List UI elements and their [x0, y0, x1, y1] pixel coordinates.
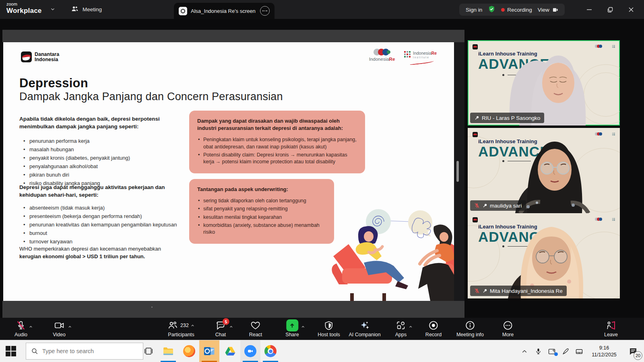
more-button[interactable]: More [502, 319, 514, 337]
chat-menu-caret[interactable] [229, 325, 233, 329]
video-tile[interactable]: iLearn Inhouse Training ADVANCE maulidya… [468, 128, 620, 213]
meeting-status-bar: Sign in Recording View [459, 4, 565, 16]
list-item: absenteeism (tidak masuk kerja) [23, 205, 177, 212]
meeting-toolbar: Audio Video 232 Participants 5 [0, 318, 644, 340]
sign-in-button[interactable]: Sign in [466, 7, 482, 13]
taskbar-firefox[interactable] [179, 340, 199, 362]
notification-center[interactable]: 20 [622, 347, 644, 356]
video-tile[interactable]: iLearn Inhouse Training ADVANCE Mita Han… [468, 213, 620, 298]
close-button[interactable] [621, 0, 642, 19]
meeting-info-button[interactable]: Meeting info [456, 319, 484, 337]
pin-icon [482, 203, 487, 208]
list-item: sifat penyakit yang relapsing-remitting [197, 206, 326, 212]
system-tray: 9:16 11/12/2025 20 [518, 340, 644, 362]
participants-icon [167, 320, 178, 331]
react-button[interactable]: React [249, 319, 262, 337]
apps-button[interactable]: Apps [395, 319, 407, 337]
tab-shared-screen[interactable]: Alsa_Indonesia Re's screen [174, 3, 275, 19]
participant-name-badge: maulidya sari [470, 200, 526, 211]
institute-grid-icon [404, 51, 411, 58]
taskbar-clock[interactable]: 9:16 11/12/2025 [586, 345, 622, 358]
taskbar-google-drive[interactable] [220, 340, 240, 362]
audio-menu-caret[interactable] [29, 325, 33, 329]
share-menu-caret[interactable] [301, 325, 305, 329]
zoom-app-icon [244, 345, 256, 357]
tray-expand-caret[interactable] [518, 348, 531, 355]
video-menu-caret[interactable] [68, 325, 72, 329]
start-button[interactable] [6, 346, 16, 356]
shared-slide: Danantara Indonesia IndonesiaRe Indonesi… [3, 42, 454, 301]
impact-box: Dampak yang dapat dirasakan dan wajib di… [189, 111, 365, 173]
mic-muted-icon [474, 288, 480, 294]
taskbar-search[interactable] [26, 343, 143, 360]
list-item: penyalahgunaan alkohol/obat [23, 163, 130, 170]
slide-subtitle: Dampak Jangka Panjang dan Concern Perasu… [19, 90, 283, 103]
tab-meeting[interactable]: Meeting [71, 0, 102, 19]
participants-icon [71, 5, 79, 14]
video-button[interactable]: Video [53, 319, 66, 337]
host-tools-button[interactable]: Host tools [318, 319, 340, 337]
file-explorer-icon [162, 345, 174, 357]
tab-options-icon[interactable] [260, 6, 270, 16]
share-scroll-area [454, 42, 464, 301]
encryption-shield-icon[interactable] [488, 5, 495, 14]
impact-box-heading: Dampak yang dapat dirasakan dan wajib di… [197, 117, 357, 132]
leave-button[interactable]: Leave [604, 319, 618, 337]
info-icon [465, 320, 475, 331]
tray-touchpad-icon[interactable] [572, 348, 586, 356]
recording-label: Recording [507, 7, 532, 13]
chevron-down-icon[interactable] [50, 6, 56, 14]
firefox-icon [183, 345, 195, 357]
audio-button[interactable]: Audio [14, 319, 27, 337]
taskbar-file-explorer[interactable] [158, 340, 178, 362]
shared-app-bottombar [2, 301, 464, 318]
ai-companion-button[interactable]: AI Companion [349, 319, 380, 337]
taskbar-chrome[interactable] [260, 340, 281, 362]
institute-logo-mini [612, 218, 615, 221]
participants-button[interactable]: 232 Participants [167, 319, 195, 337]
tray-microphone-icon[interactable] [531, 348, 545, 355]
left-bullet-list-2: absenteeism (tidak masuk kerja) presente… [23, 205, 177, 247]
participants-menu-caret[interactable] [190, 323, 195, 328]
institute-text: Indonesia [413, 51, 431, 56]
participant-name: Mita Handayani_Indonesia Re [490, 288, 563, 294]
heart-icon [250, 320, 261, 331]
task-view-icon[interactable] [143, 346, 154, 358]
recording-indicator[interactable]: Recording [501, 7, 532, 13]
chat-button[interactable]: 5 Chat [215, 319, 226, 337]
notification-count-badge: 20 [634, 351, 642, 360]
underwriting-box-list: sering tidak dilaporkan oleh calon terta… [197, 197, 326, 236]
share-button[interactable]: Share [285, 319, 299, 337]
chrome-icon [264, 345, 277, 357]
danantara-logo-mini [473, 44, 478, 49]
maximize-button[interactable] [600, 0, 621, 19]
taskbar-zoom[interactable] [240, 340, 260, 362]
indonesiare-logo: IndonesiaRe [366, 49, 398, 62]
who-footer-bold: kerugian ekonomi global > USD 1 triliun … [19, 253, 145, 259]
search-input[interactable] [42, 348, 131, 354]
minimize-button[interactable] [579, 0, 600, 19]
left-heading-1: Apabila tidak dikelola dengan baik, depr… [19, 115, 184, 131]
tray-screenshot-icon[interactable] [545, 348, 559, 356]
tray-pen-icon[interactable] [559, 348, 572, 355]
taskbar-outlook[interactable] [199, 340, 219, 362]
list-item: turnover karyawan [23, 239, 177, 245]
zoom-workplace-logo: zoom Workplace [6, 2, 41, 14]
indonesiare-institute-logo: IndonesiaRe Institute [404, 51, 437, 60]
mic-muted-icon [16, 320, 26, 331]
view-button[interactable]: View [538, 7, 558, 13]
sparkle-icon [359, 320, 370, 331]
scrollbar-thumb[interactable] [456, 161, 459, 182]
titlebar: zoom Workplace Meeting Alsa_Indonesia Re… [0, 0, 644, 19]
list-item: presenteeism (bekerja dengan performa re… [23, 213, 177, 220]
video-tile-speaker[interactable]: iLearn Inhouse Training ADVANCE Life RIU… [468, 40, 620, 125]
record-button[interactable]: Record [425, 319, 442, 337]
apps-menu-caret[interactable] [409, 325, 413, 329]
indonesiare-text-bold: Re [389, 57, 395, 62]
clock-time: 9:16 [586, 345, 622, 352]
camera-icon [54, 320, 64, 331]
screen-share-icon [179, 7, 187, 15]
tab-meeting-label: Meeting [83, 6, 102, 12]
cursor-dot [151, 306, 153, 308]
underwriting-box: Tantangan pada aspek underwriting: serin… [189, 179, 334, 244]
